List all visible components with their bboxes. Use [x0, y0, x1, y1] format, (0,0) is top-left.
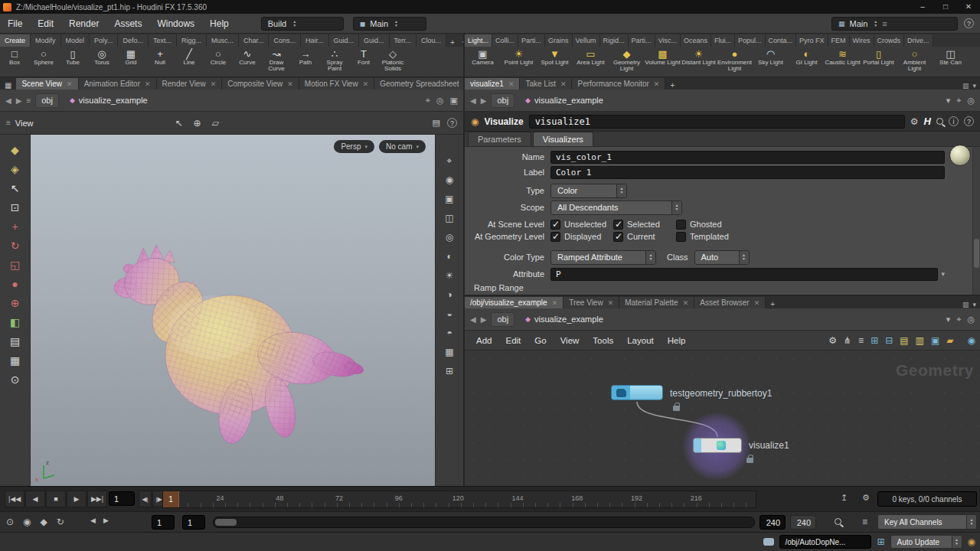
pane-menu-icon[interactable]: ▾	[972, 301, 976, 308]
checkbox[interactable]	[550, 232, 560, 242]
view-options-icon[interactable]: ⊙	[11, 373, 20, 386]
shelf-tab[interactable]: Colli...	[492, 34, 518, 47]
checkbox-option[interactable]: Current	[613, 232, 676, 242]
materials-icon[interactable]: ◓	[446, 327, 452, 339]
shelf-tab[interactable]: Modify	[31, 34, 61, 47]
gear-icon[interactable]: ⚙	[910, 116, 919, 127]
message-bubble-icon[interactable]	[763, 538, 774, 546]
radial-menu-icon[interactable]: ◎	[436, 96, 444, 106]
channels-list-icon[interactable]: ≡	[862, 517, 867, 527]
character-pick-icon[interactable]: ◎	[446, 231, 453, 243]
desktop-selector-combo[interactable]: ▦ Main ▲▼ ≡	[831, 17, 958, 31]
network-menu-item[interactable]: Edit	[498, 336, 528, 345]
shelf-tab[interactable]: Model	[61, 34, 90, 47]
param-scrollbar[interactable]	[972, 147, 980, 295]
network-menu-item[interactable]: Go	[528, 336, 553, 345]
pane-tab[interactable]: Tree View✕	[564, 297, 619, 308]
shelf-tab[interactable]: Clou...	[416, 34, 446, 47]
select-box-icon[interactable]: ⊡	[11, 201, 20, 214]
playback-end-field[interactable]: 240	[760, 515, 786, 530]
close-tab-icon[interactable]: ✕	[287, 80, 293, 88]
shelf-tool[interactable]: ● Environment Light	[717, 47, 753, 72]
shelf-tool[interactable]: ○ Ambient Light	[897, 47, 933, 72]
tree-view-icon[interactable]: ⋔	[844, 335, 851, 346]
close-tab-icon[interactable]: ✕	[508, 80, 514, 88]
parameter-tab[interactable]: Visualizers	[533, 132, 593, 146]
close-tab-icon[interactable]: ✕	[754, 299, 760, 307]
checkbox[interactable]	[613, 232, 623, 242]
sticky-note-icon[interactable]: ▤	[900, 335, 908, 346]
export-channels-icon[interactable]: ↥	[841, 493, 848, 503]
context-path-field[interactable]: /obj/AutoDopNe...	[779, 535, 871, 549]
scope-dropdown[interactable]: All Descendants ▲▼	[550, 201, 682, 215]
node-testgeometry-rubbertoy[interactable]	[611, 385, 663, 400]
shelf-tab[interactable]: Guid...	[329, 34, 360, 47]
current-frame-field[interactable]: 1	[109, 491, 135, 506]
grid-large-icon[interactable]: ⊞	[871, 335, 878, 346]
shelf-tab[interactable]: Flui...	[711, 34, 735, 47]
drag-cursor-icon[interactable]: ▱	[212, 118, 219, 129]
handles-cursor-icon[interactable]: ⊕	[194, 118, 201, 129]
forward-icon[interactable]: ▶	[481, 315, 487, 324]
back-icon[interactable]: ◀	[470, 315, 476, 324]
shelf-tool[interactable]: ☀ Distant Light	[681, 47, 717, 66]
attribute-menu-icon[interactable]: ▾	[941, 270, 945, 278]
tool-bundle-icon[interactable]: ◈	[11, 163, 19, 175]
pane-tab[interactable]: Motion FX View✕	[299, 78, 374, 90]
shelf-tool[interactable]: T Font	[349, 47, 378, 66]
node-label[interactable]: testgeometry_rubbertoy1	[670, 388, 772, 399]
desktop-menu-icon[interactable]: ≡	[882, 19, 887, 28]
node-visualize1[interactable]	[693, 438, 742, 453]
checkbox[interactable]	[676, 232, 686, 242]
shelf-tool[interactable]: ◐ GI Light	[789, 47, 825, 66]
scene-main-combo[interactable]: ◼ Main ▲▼	[353, 17, 426, 31]
shelf-tool[interactable]: ↝ Draw Curve	[262, 47, 291, 72]
shelf-tab[interactable]: Char...	[239, 34, 270, 47]
close-tab-icon[interactable]: ✕	[145, 80, 151, 88]
shelf-tool[interactable]: ▭ Area Light	[573, 47, 609, 66]
help-icon[interactable]: ?	[964, 18, 974, 28]
lighting-icon[interactable]: ☀	[446, 269, 454, 282]
shelf-tool[interactable]: ▯ Portal Light	[861, 47, 897, 66]
timeline-ruler[interactable]: 1 24487296120144168192216	[162, 491, 756, 508]
pin-view-icon[interactable]: ⌖	[447, 155, 452, 167]
playback-mode-icon[interactable]: ↻	[57, 517, 64, 527]
background-image-icon[interactable]: ▣	[931, 335, 939, 346]
shelf-tool[interactable]: ╱ Line	[175, 47, 204, 66]
audio-toggle-icon[interactable]: ◉	[23, 517, 31, 527]
material-preview-ball[interactable]	[949, 145, 971, 166]
range-start-field[interactable]: 1	[152, 515, 175, 530]
realtime-toggle-icon[interactable]: ⊙	[6, 517, 14, 527]
view-menu-icon[interactable]: ≡	[6, 119, 11, 127]
network-editor-canvas[interactable]: Geometry testgeometry_rubbertoy1 visuali…	[465, 350, 980, 486]
pane-tab[interactable]: Render View✕	[157, 78, 223, 90]
shelf-tool[interactable]: ▣ Camera	[465, 47, 501, 66]
close-button[interactable]: ✕	[957, 0, 980, 14]
checkbox-option[interactable]: Templated	[676, 232, 739, 242]
frame-range-slider[interactable]	[213, 517, 755, 528]
network-menu-item[interactable]: Add	[469, 336, 498, 345]
note-color-icon[interactable]: ▥	[916, 335, 924, 346]
pin-pane-icon[interactable]: ⌖	[956, 96, 961, 106]
radial-menu-icon[interactable]: ◎	[967, 315, 975, 324]
menu-item[interactable]: Help	[202, 18, 237, 29]
menu-item[interactable]: Render	[61, 18, 106, 29]
grid-toggle-icon[interactable]: ⊞	[446, 365, 453, 377]
shelf-tool[interactable]: ▩ Volume Light	[645, 47, 681, 66]
translate-icon[interactable]: +	[11, 220, 18, 233]
snapshot-icon[interactable]: ▣	[450, 96, 458, 106]
paint-icon[interactable]: ◧	[10, 316, 20, 328]
pane-tab[interactable]: Geometry Spreadsheet✕	[374, 78, 463, 90]
path-root-chip[interactable]: obj	[35, 93, 59, 108]
shelf-tool[interactable]: ◫ Ste Can	[933, 47, 969, 66]
keyframe-settings-icon[interactable]: ⚙	[862, 493, 870, 503]
display-options-icon[interactable]: ▦	[445, 346, 453, 358]
label-field[interactable]: Color 1	[550, 166, 945, 179]
shelf-tab[interactable]: Parti...	[518, 34, 545, 47]
checkbox[interactable]	[550, 220, 560, 230]
radial-menu-icon[interactable]: ◎	[967, 96, 975, 106]
shelf-tool[interactable]: ○ Sphere	[29, 47, 58, 66]
secure-selection-icon[interactable]: ▣	[445, 193, 453, 205]
forward-icon[interactable]: ▶	[481, 96, 487, 105]
shelf-tab[interactable]: Crowds	[874, 34, 905, 47]
